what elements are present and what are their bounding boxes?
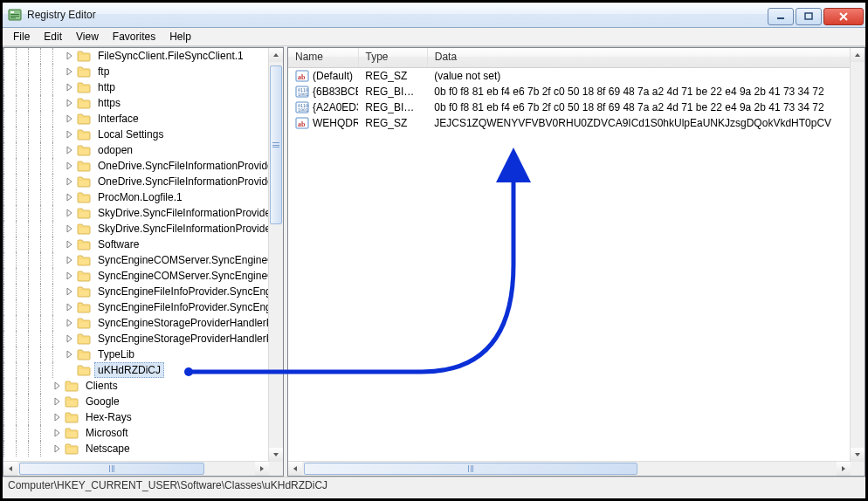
expander-icon[interactable] <box>65 223 75 234</box>
tree-item[interactable]: FileSyncClient.FileSyncClient.1 <box>3 48 269 64</box>
scroll-right-button[interactable] <box>255 462 269 476</box>
tree-item-label: Netscape <box>82 441 134 456</box>
tree-item[interactable]: odopen <box>3 142 269 158</box>
tree-item[interactable]: http <box>3 79 269 95</box>
scroll-right-button[interactable] <box>837 462 851 476</box>
folder-icon <box>77 254 91 266</box>
menu-edit[interactable]: Edit <box>37 29 69 45</box>
tree-item-label: SyncEngineStorageProviderHandlerProxy <box>94 315 269 331</box>
tree-item[interactable]: SyncEngineFileInfoProvider.SyncEngineFil… <box>3 299 269 315</box>
maximize-button[interactable] <box>796 8 822 25</box>
list-pane: NameTypeData ab(Default)REG_SZ(value not… <box>287 46 865 477</box>
expander-icon[interactable] <box>65 208 75 218</box>
tree-item[interactable]: Clients <box>3 378 269 394</box>
value-name: {A2A0ED3C-425... <box>313 101 358 113</box>
expander-icon[interactable] <box>65 239 75 250</box>
tree-item[interactable]: OneDrive.SyncFileInformationProvider.1 <box>3 174 269 189</box>
menu-favorites[interactable]: Favorites <box>106 29 162 45</box>
titlebar[interactable]: Registry Editor <box>3 3 865 28</box>
tree-item[interactable]: SyncEngineCOMServer.SyncEngineCOMServer <box>3 252 269 268</box>
scroll-up-button[interactable] <box>851 48 865 62</box>
folder-icon <box>77 223 91 235</box>
svg-text:ab: ab <box>298 73 306 81</box>
tree-item[interactable]: Hex-Rays <box>3 409 269 425</box>
close-button[interactable] <box>823 8 864 25</box>
expander-icon[interactable] <box>65 113 75 124</box>
scroll-thumb[interactable] <box>270 65 282 224</box>
list-row[interactable]: ab(Default)REG_SZ(value not set) <box>288 68 851 84</box>
tree-horizontal-scrollbar[interactable] <box>3 461 269 476</box>
column-header-data[interactable]: Data <box>428 48 851 67</box>
menu-file[interactable]: File <box>6 29 37 45</box>
list-row[interactable]: 01101001{A2A0ED3C-425...REG_BINARY0b f0 … <box>288 100 851 115</box>
expander-icon[interactable] <box>65 318 75 328</box>
expander-icon[interactable] <box>65 98 75 108</box>
expander-icon[interactable] <box>65 271 75 281</box>
tree-item[interactable]: Software <box>3 237 269 252</box>
scroll-down-button[interactable] <box>269 448 283 462</box>
scroll-left-button[interactable] <box>3 462 17 476</box>
expander-icon[interactable] <box>52 381 63 391</box>
expander-icon[interactable] <box>52 443 63 454</box>
tree-item-label: ftp <box>94 64 113 79</box>
expander-icon[interactable] <box>65 145 75 155</box>
scroll-left-button[interactable] <box>288 462 302 476</box>
scroll-down-button[interactable] <box>851 448 865 462</box>
tree-item-label: https <box>94 95 124 111</box>
expander-icon[interactable] <box>65 129 75 140</box>
tree-item[interactable]: Microsoft <box>3 425 269 441</box>
tree-item[interactable]: uKHdRZDiCJ <box>3 362 269 378</box>
expander-icon[interactable] <box>65 82 75 93</box>
tree-item[interactable]: SkyDrive.SyncFileInformationProvider.1 <box>3 221 269 237</box>
tree-item[interactable]: SyncEngineCOMServer.SyncEngineCOMServer.… <box>3 268 269 284</box>
folder-icon <box>65 443 79 455</box>
expander-icon[interactable] <box>65 302 75 312</box>
tree-item[interactable]: SyncEngineStorageProviderHandlerProxy <box>3 315 269 331</box>
tree-item[interactable]: TypeLib <box>3 347 269 362</box>
scroll-thumb[interactable] <box>19 463 204 475</box>
registry-tree[interactable]: FileSyncClient.FileSyncClient.1ftphttpht… <box>3 48 269 462</box>
list-row[interactable]: abWEHQDRBRREG_SZJEJCS1ZQWENYVFVBV0RHU0ZD… <box>288 115 851 131</box>
expander-icon[interactable] <box>52 396 63 407</box>
tree-vertical-scrollbar[interactable] <box>268 48 283 462</box>
expander-icon[interactable] <box>65 51 75 61</box>
tree-item[interactable]: ProcMon.Logfile.1 <box>3 189 269 205</box>
tree-item[interactable]: OneDrive.SyncFileInformationProvider <box>3 158 269 174</box>
expander-icon[interactable] <box>65 255 75 265</box>
folder-icon <box>65 395 79 408</box>
menu-view[interactable]: View <box>69 29 106 45</box>
tree-item[interactable]: Google <box>3 394 269 409</box>
tree-item[interactable]: Netscape <box>3 441 269 456</box>
list-vertical-scrollbar[interactable] <box>850 48 865 462</box>
scroll-corner <box>269 462 283 476</box>
tree-item[interactable]: https <box>3 95 269 111</box>
menu-help[interactable]: Help <box>162 29 198 45</box>
list-horizontal-scrollbar[interactable] <box>288 461 851 476</box>
tree-item[interactable]: SyncEngineFileInfoProvider.SyncEngineFil… <box>3 284 269 299</box>
list-header[interactable]: NameTypeData <box>288 48 851 68</box>
expander-icon[interactable] <box>65 176 75 187</box>
expander-icon[interactable] <box>65 192 75 202</box>
tree-item[interactable]: ftp <box>3 64 269 79</box>
expander-icon[interactable] <box>52 428 63 438</box>
tree-item[interactable]: SyncEngineStorageProviderHandlerProxy.1 <box>3 331 269 347</box>
scroll-up-button[interactable] <box>269 48 283 62</box>
tree-item[interactable]: Interface <box>3 111 269 127</box>
folder-icon <box>77 317 91 329</box>
minimize-button[interactable] <box>768 8 794 25</box>
column-header-type[interactable]: Type <box>359 48 428 67</box>
list-row[interactable]: 01101001{6B83BCE2-AC5...REG_BINARY0b f0 … <box>288 84 851 100</box>
expander-icon[interactable] <box>52 412 63 422</box>
expander-icon[interactable] <box>65 349 75 360</box>
expander-icon[interactable] <box>65 66 75 77</box>
tree-item[interactable]: Local Settings <box>3 127 269 142</box>
scroll-thumb[interactable] <box>304 463 637 475</box>
svg-rect-2 <box>10 14 19 15</box>
tree-item[interactable]: SkyDrive.SyncFileInformationProvider <box>3 205 269 221</box>
expander-icon[interactable] <box>65 286 75 297</box>
value-type: REG_BINARY <box>358 101 427 113</box>
expander-icon[interactable] <box>65 161 75 171</box>
column-header-name[interactable]: Name <box>288 48 359 67</box>
expander-icon[interactable] <box>65 333 75 344</box>
values-list[interactable]: ab(Default)REG_SZ(value not set)01101001… <box>288 68 851 131</box>
